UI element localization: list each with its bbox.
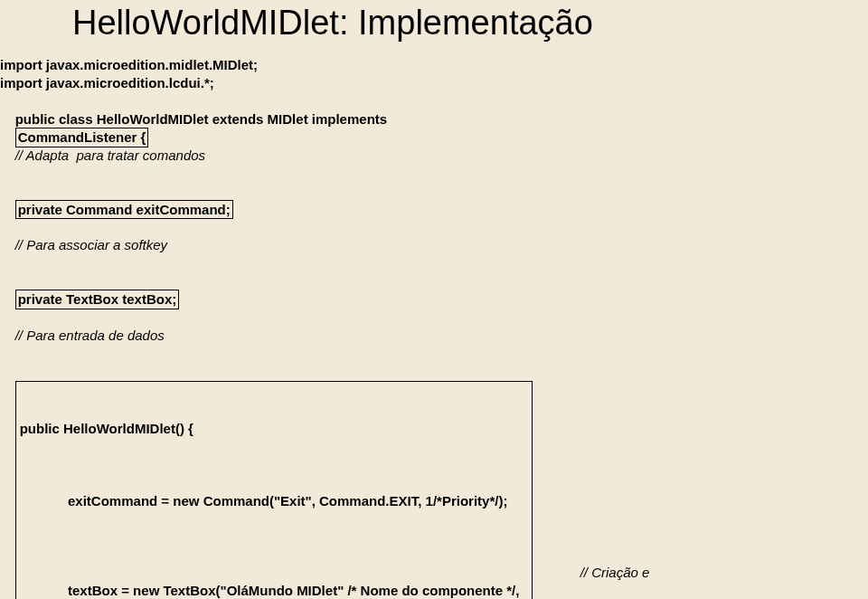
highlight-box: public HelloWorldMIDlet() { exitCommand … xyxy=(15,381,533,599)
code-text: public class HelloWorldMIDlet extends MI… xyxy=(15,111,387,127)
comment: // Para associar a softkey xyxy=(15,237,167,252)
code-text: public HelloWorldMIDlet() { xyxy=(20,420,529,438)
code-line: private Command exitCommand; // Para ass… xyxy=(0,183,868,273)
code-line: import javax.microedition.lcdui.*; xyxy=(0,74,868,92)
code-line: public class HelloWorldMIDlet extends MI… xyxy=(0,92,868,183)
highlight-box: private TextBox textBox; xyxy=(15,290,180,309)
highlight-box: private Command exitCommand; xyxy=(15,200,233,220)
code-text: exitCommand = new Command("Exit", Comman… xyxy=(68,493,507,509)
page-title: HelloWorldMIDlet: Implementação xyxy=(72,4,593,43)
comment: // Para entrada de dados xyxy=(15,328,165,343)
comment: // Criação e xyxy=(580,564,650,582)
code-line: import javax.microedition.midlet.MIDlet; xyxy=(0,56,868,74)
code-text: textBox = new TextBox("OláMundo MIDlet" … xyxy=(68,583,524,598)
code-block: import javax.microedition.midlet.MIDlet;… xyxy=(0,56,868,599)
code-line: public HelloWorldMIDlet() { exitCommand … xyxy=(0,363,868,599)
highlight-box: CommandListener { xyxy=(15,128,149,147)
comment: // Adapta para tratar comandos xyxy=(15,147,205,163)
code-line: private TextBox textBox; // Para entrada… xyxy=(0,272,868,363)
